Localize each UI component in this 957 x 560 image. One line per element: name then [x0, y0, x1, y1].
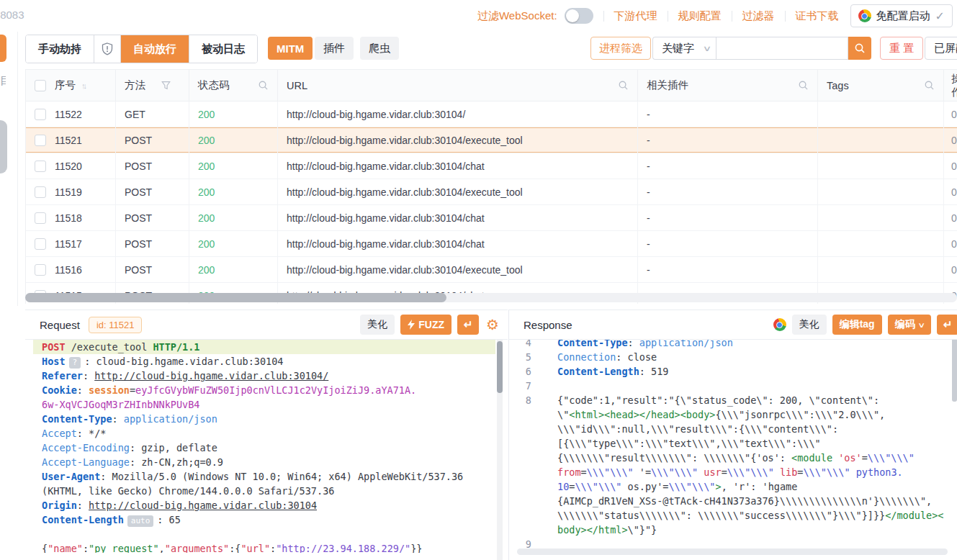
column-tags[interactable]: Tags	[827, 80, 849, 91]
keyword-select-value: 关键字	[662, 42, 694, 55]
column-plugins[interactable]: 相关插件	[647, 78, 688, 92]
table-row[interactable]: 11516POST200http://cloud-big.hgame.vidar…	[26, 257, 957, 283]
traffic-table: 序号 ↑↓ 方法 状态码 URL 相关插件	[25, 69, 957, 304]
filter-link[interactable]: 过滤器	[742, 9, 775, 23]
launch-button-label: 免配置启动	[876, 9, 930, 23]
table-row[interactable]: 11517POST200http://cloud-big.hgame.vidar…	[26, 231, 957, 257]
divider	[668, 11, 668, 22]
reset-button[interactable]: 重 置	[880, 37, 923, 60]
websocket-filter-toggle[interactable]	[565, 8, 593, 24]
search-button[interactable]	[848, 37, 871, 60]
request-scrollbar-thumb[interactable]	[497, 341, 503, 393]
tab-passive-log[interactable]: 被动日志	[189, 35, 257, 63]
chevron-down-icon: ∨	[703, 44, 712, 53]
search-icon	[854, 42, 866, 54]
column-seq[interactable]: 序号	[55, 78, 76, 92]
table-horizontal-scrollbar[interactable]	[25, 293, 957, 302]
top-toolbar-actions: 过滤WebSocket: 下游代理 规则配置 过滤器 证书下载 免配置启动 ✓	[477, 4, 957, 27]
hijack-mode-group: 手动劫持 自动放行 被动日志	[25, 35, 258, 63]
divider	[603, 11, 604, 22]
row-checkbox[interactable]	[35, 238, 46, 250]
response-editor[interactable]: 4Content-Type: application/json5Connecti…	[509, 335, 956, 551]
divider	[732, 11, 732, 22]
row-checkbox[interactable]	[35, 186, 46, 198]
no-config-launch-button[interactable]: 免配置启动 ✓	[850, 4, 953, 27]
beautify-button[interactable]: 美化	[360, 315, 395, 335]
send-button[interactable]: ↵	[937, 315, 957, 335]
send-button[interactable]: ↵	[457, 315, 479, 335]
table-row[interactable]: 11520POST200http://cloud-big.hgame.vidar…	[26, 153, 957, 179]
table-header: 序号 ↑↓ 方法 状态码 URL 相关插件	[26, 70, 957, 101]
rule-config-link[interactable]: 规则配置	[678, 9, 722, 23]
search-icon[interactable]	[618, 80, 629, 91]
downstream-proxy-link[interactable]: 下游代理	[614, 9, 657, 23]
chrome-icon	[858, 9, 871, 22]
column-partial[interactable]: 操作	[951, 72, 957, 99]
sidebar-divider	[17, 32, 18, 306]
top-toolbar: :8083 过滤WebSocket: 下游代理 规则配置 过滤器 证书下载 免配…	[0, 0, 957, 32]
table-body: 11522GET200http://cloud-big.hgame.vidar.…	[26, 101, 957, 304]
process-filter-button[interactable]: 进程筛选	[590, 37, 651, 60]
row-checkbox[interactable]	[35, 161, 46, 172]
blocked-button[interactable]: 已屏蔽	[925, 37, 957, 60]
table-row[interactable]: 11521POST200http://cloud-big.hgame.vidar…	[26, 127, 957, 153]
filter-funnel-icon[interactable]	[161, 81, 171, 90]
divider	[785, 11, 786, 22]
chevron-down-icon: ∨	[917, 321, 925, 329]
response-title: Response	[524, 319, 572, 331]
chrome-icon[interactable]	[773, 318, 786, 331]
cert-download-link[interactable]: 证书下载	[796, 9, 839, 23]
column-method[interactable]: 方法	[125, 78, 145, 92]
sidebar-scrollbar[interactable]	[0, 120, 7, 173]
select-all-checkbox[interactable]	[35, 80, 46, 91]
row-checkbox[interactable]	[35, 212, 46, 224]
table-row[interactable]: 11522GET200http://cloud-big.hgame.vidar.…	[26, 101, 957, 127]
row-checkbox[interactable]	[35, 264, 46, 276]
tab-manual-hijack[interactable]: 手动劫持	[26, 35, 94, 63]
tab-crawler[interactable]: 爬虫	[360, 37, 399, 60]
check-icon: ✓	[935, 9, 945, 23]
request-editor[interactable]: POST /execute_tool HTTP/1.1Host?: cloud-…	[33, 340, 495, 553]
gear-icon[interactable]: ⚙	[485, 316, 500, 333]
beautify-button[interactable]: 美化	[792, 315, 827, 335]
request-id-badge: id: 11521	[89, 317, 143, 333]
encoding-button[interactable]: 编码 ∨	[888, 315, 931, 335]
lightning-icon	[408, 320, 415, 330]
keyword-select[interactable]: 关键字 ∨	[652, 37, 716, 60]
websocket-filter-label: 过滤WebSocket:	[477, 9, 557, 23]
request-panel-header: Request id: 11521 美化 FUZZ ↵ ⚙	[25, 310, 508, 340]
search-icon[interactable]	[798, 80, 809, 91]
row-checkbox[interactable]	[35, 109, 46, 120]
search-icon[interactable]	[924, 80, 935, 91]
tab-auto-pass[interactable]: 自动放行	[121, 35, 189, 63]
search-icon[interactable]	[258, 80, 269, 91]
fuzz-button[interactable]: FUZZ	[400, 315, 451, 335]
shield-icon[interactable]	[94, 35, 121, 63]
mitm-proxy-app: { "accent": "#ef8c3f", "icons": { "sort"…	[0, 0, 957, 560]
request-title: Request	[40, 319, 80, 331]
search-input[interactable]	[716, 37, 848, 60]
table-row[interactable]: 11518POST200http://cloud-big.hgame.vidar…	[26, 205, 957, 231]
response-panel-header: Response 美化 编辑tag 编码 ∨ ↵	[509, 310, 957, 340]
sidebar-icon: 目	[0, 74, 6, 89]
scrollbar-thumb[interactable]	[25, 293, 446, 302]
column-status[interactable]: 状态码	[198, 78, 230, 92]
table-row[interactable]: 11519POST200http://cloud-big.hgame.vidar…	[26, 179, 957, 205]
column-url[interactable]: URL	[287, 80, 307, 91]
sort-icon[interactable]: ↑↓	[81, 81, 85, 90]
proxy-address: :8083	[0, 9, 24, 21]
edit-tag-button[interactable]: 编辑tag	[832, 315, 882, 335]
tab-plugins[interactable]: 插件	[315, 37, 354, 60]
mode-toolbar: 手动劫持 自动放行 被动日志 MITM 插件 爬虫 进程筛选 关键字 ∨ 重 置…	[0, 35, 957, 63]
row-checkbox[interactable]	[35, 135, 46, 146]
tab-mitm[interactable]: MITM	[268, 37, 313, 60]
